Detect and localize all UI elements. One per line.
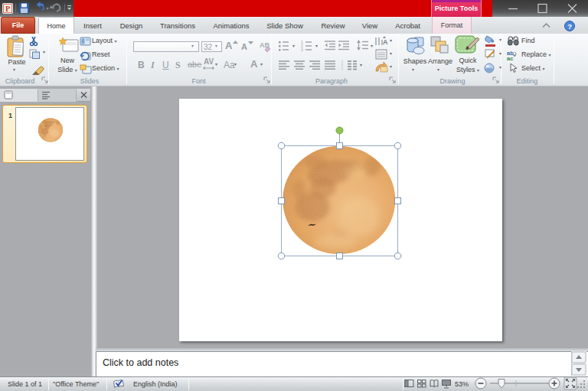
svg-text:3: 3 — [301, 47, 303, 52]
svg-text:A: A — [383, 38, 388, 46]
svg-text:ac: ac — [507, 55, 513, 60]
svg-text:P: P — [5, 5, 10, 13]
svg-text:?: ? — [567, 22, 572, 31]
